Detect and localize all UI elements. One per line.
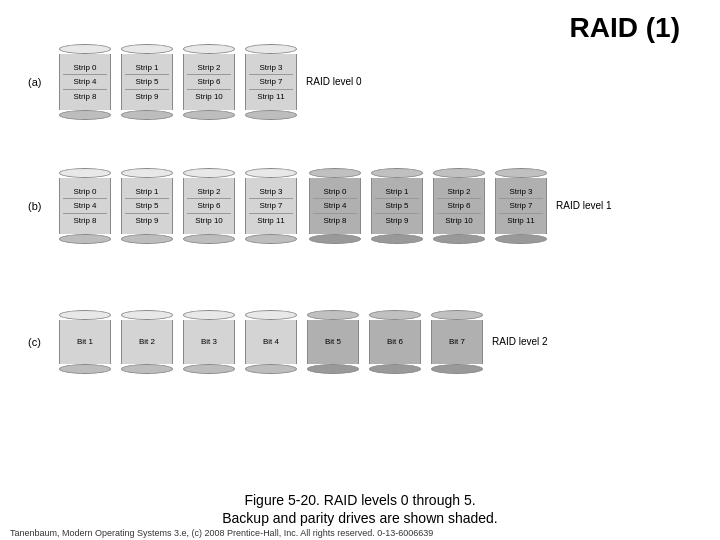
strip-label: Strip 8 [73,92,96,102]
strip-label: Strip 9 [385,216,408,226]
strip-label: Strip 2 [197,63,220,73]
strip-label: Strip 8 [73,216,96,226]
section-b-label: (b) [28,200,50,212]
strip-label: Strip 4 [73,77,96,87]
raid0-label: RAID level 0 [306,75,362,89]
strip-label: Strip 10 [195,92,223,102]
disk: Strip 3Strip 7Strip 11 [492,168,550,244]
strip-label: Strip 0 [323,187,346,197]
disk: Strip 1Strip 5Strip 9 [368,168,426,244]
strip-label: Strip 10 [195,216,223,226]
disk: Bit 1 [56,310,114,374]
caption-line1: Figure 5-20. RAID levels 0 through 5. [0,492,720,508]
disk: Bit 4 [242,310,300,374]
strip-label: Strip 8 [323,216,346,226]
disk: Strip 2Strip 6Strip 10 [180,168,238,244]
section-c-label: (c) [28,336,50,348]
strip-label: Strip 1 [135,63,158,73]
strip-label: Strip 7 [259,77,282,87]
section-c: (c) Bit 1Bit 2Bit 3Bit 4Bit 5Bit 6Bit 7 … [28,310,548,374]
strip-label: Bit 1 [77,337,93,347]
disk: Strip 0Strip 4Strip 8 [56,168,114,244]
disk: Bit 7 [428,310,486,374]
strip-label: Strip 6 [197,201,220,211]
strip-label: Bit 5 [325,337,341,347]
disk: Strip 2Strip 6Strip 10 [180,44,238,120]
strip-label: Strip 2 [447,187,470,197]
strip-label: Strip 3 [509,187,532,197]
strip-label: Bit 2 [139,337,155,347]
raid1-disks-left: Strip 0Strip 4Strip 8Strip 1Strip 5Strip… [56,168,300,244]
disk: Strip 2Strip 6Strip 10 [430,168,488,244]
caption-line2: Backup and parity drives are shown shade… [0,510,720,526]
strip-label: Strip 5 [135,77,158,87]
strip-label: Strip 1 [135,187,158,197]
strip-label: Strip 3 [259,187,282,197]
strip-label: Strip 4 [73,201,96,211]
copyright: Tanenbaum, Modern Operating Systems 3.e,… [10,528,433,538]
raid0-disks: Strip 0Strip 4Strip 8Strip 1Strip 5Strip… [56,44,300,120]
disk: Strip 1Strip 5Strip 9 [118,44,176,120]
page-title: RAID (1) [570,12,680,44]
strip-label: Strip 6 [197,77,220,87]
strip-label: Strip 2 [197,187,220,197]
section-b: (b) Strip 0Strip 4Strip 8Strip 1Strip 5S… [28,168,612,244]
strip-label: Bit 3 [201,337,217,347]
section-a-label: (a) [28,76,50,88]
strip-label: Bit 7 [449,337,465,347]
strip-label: Strip 11 [257,92,285,102]
strip-label: Strip 7 [509,201,532,211]
strip-label: Strip 9 [135,216,158,226]
disk: Strip 3Strip 7Strip 11 [242,44,300,120]
strip-label: Strip 3 [259,63,282,73]
raid1-label: RAID level 1 [556,199,612,213]
strip-label: Strip 4 [323,201,346,211]
raid2-label: RAID level 2 [492,335,548,349]
strip-label: Strip 11 [257,216,285,226]
strip-label: Strip 9 [135,92,158,102]
disk: Strip 1Strip 5Strip 9 [118,168,176,244]
strip-label: Strip 7 [259,201,282,211]
disk: Strip 0Strip 4Strip 8 [306,168,364,244]
strip-label: Strip 0 [73,63,96,73]
disk: Bit 6 [366,310,424,374]
raid1-disks-right: Strip 0Strip 4Strip 8Strip 1Strip 5Strip… [306,168,550,244]
strip-label: Strip 5 [135,201,158,211]
disk: Bit 3 [180,310,238,374]
section-a: (a) Strip 0Strip 4Strip 8Strip 1Strip 5S… [28,44,362,120]
strip-label: Strip 1 [385,187,408,197]
strip-label: Strip 10 [445,216,473,226]
disk: Strip 3Strip 7Strip 11 [242,168,300,244]
disk: Bit 2 [118,310,176,374]
strip-label: Strip 0 [73,187,96,197]
strip-label: Strip 5 [385,201,408,211]
disk: Strip 0Strip 4Strip 8 [56,44,114,120]
disk: Bit 5 [304,310,362,374]
strip-label: Strip 11 [507,216,535,226]
strip-label: Strip 6 [447,201,470,211]
raid2-disks: Bit 1Bit 2Bit 3Bit 4Bit 5Bit 6Bit 7 [56,310,486,374]
strip-label: Bit 4 [263,337,279,347]
strip-label: Bit 6 [387,337,403,347]
